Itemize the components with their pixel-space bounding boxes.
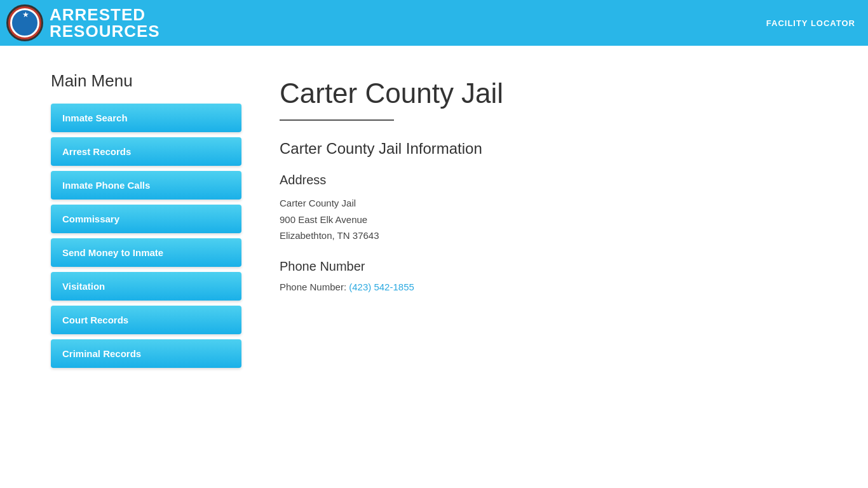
phone-label: Phone Number:: [280, 281, 349, 292]
menu-item-visitation[interactable]: Visitation: [51, 272, 241, 301]
menu-item-send-money[interactable]: Send Money to Inmate: [51, 238, 241, 267]
logo-text: ARRESTED RESOURCES: [50, 6, 160, 39]
menu-item-arrest-records[interactable]: Arrest Records: [51, 137, 241, 166]
menu-item-court-records[interactable]: Court Records: [51, 306, 241, 334]
facility-locator-link[interactable]: FACILITY LOCATOR: [766, 18, 855, 28]
address-line1: Carter County Jail: [280, 198, 356, 208]
menu-item-inmate-phone-calls[interactable]: Inmate Phone Calls: [51, 171, 241, 200]
phone-label-text: Phone Number: (423) 542-1855: [280, 281, 817, 292]
logo-line1: ARRESTED: [50, 6, 160, 23]
sidebar: Main Menu Inmate Search Arrest Records I…: [51, 71, 241, 373]
address-line2: 900 East Elk Avenue: [280, 214, 367, 225]
title-divider: [280, 119, 394, 121]
logo-area: ARRESTED RESOURCES: [0, 2, 166, 44]
header-nav: FACILITY LOCATOR: [766, 18, 855, 28]
logo-line2: RESOURCES: [50, 23, 160, 39]
logo-badge: [6, 4, 43, 41]
section-heading: Carter County Jail Information: [280, 140, 817, 158]
phone-heading: Phone Number: [280, 259, 817, 274]
logo-container: ARRESTED RESOURCES: [0, 2, 166, 44]
page-title: Carter County Jail: [280, 78, 817, 109]
menu-item-commissary[interactable]: Commissary: [51, 205, 241, 233]
header: ARRESTED RESOURCES FACILITY LOCATOR: [0, 0, 868, 46]
menu-item-criminal-records[interactable]: Criminal Records: [51, 339, 241, 368]
content-area: Carter County Jail Carter County Jail In…: [280, 71, 817, 373]
address-block: Carter County Jail 900 East Elk Avenue E…: [280, 195, 817, 244]
menu-item-inmate-search[interactable]: Inmate Search: [51, 104, 241, 132]
address-line3: Elizabethton, TN 37643: [280, 230, 379, 241]
main-content: Main Menu Inmate Search Arrest Records I…: [0, 46, 868, 398]
main-menu-title: Main Menu: [51, 71, 241, 91]
phone-number-link[interactable]: (423) 542-1855: [349, 281, 414, 292]
address-heading: Address: [280, 173, 817, 187]
